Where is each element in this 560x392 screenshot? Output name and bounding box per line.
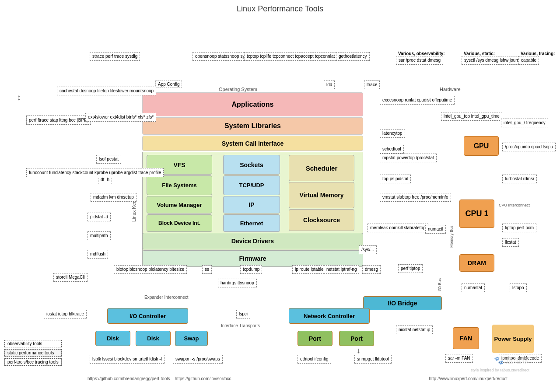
virtualmemory-label: Virtual Memory	[300, 192, 344, 199]
multipath-box: multipath	[88, 231, 111, 240]
os-label: Operating System	[219, 87, 257, 92]
perf-box: perf ftrace stap lttng bcc (BPF)	[26, 116, 91, 125]
ethernet-layer: Ethernet	[223, 214, 280, 232]
hardirqs-box: hardirqs ttysnoop	[218, 279, 257, 287]
scheduler-label: Scheduler	[306, 164, 338, 172]
perf-tiptop-box: perf tiptop	[398, 264, 423, 273]
tcpudp-label: TCP/UDP	[239, 182, 264, 189]
ldd-box: ldd	[324, 80, 335, 89]
legend-obs: observability tools	[4, 340, 62, 347]
watermark: 🐾 运维帮	[494, 355, 529, 366]
turbostat-box: turbostat rdmsr	[502, 175, 537, 183]
ip-route-box: ip route iptables	[292, 265, 329, 274]
legend: observability tools static performance t…	[4, 340, 62, 366]
iostat-box: iostat iotop blktrace	[44, 310, 87, 318]
interface-transports-label: Interface Transports	[221, 323, 260, 328]
numactl-box: numactl	[425, 225, 446, 234]
intel-gpu-top-box: intel_gpu_top intel_gpu_time	[441, 112, 502, 121]
snmpget-box: snmpget lldptool	[354, 355, 392, 364]
port2-box: Port	[339, 331, 374, 346]
top-ps-box: top ps pidstat	[380, 175, 411, 183]
lsblk-box: lsblk lsscsi blockdev smartctl fdisk -l	[90, 355, 164, 364]
llcstat-box: llcstat	[502, 238, 519, 247]
funccount-box: funccount funclatency stackcount kprobe …	[26, 168, 164, 177]
lsof-box: lsof pcstat	[96, 155, 121, 164]
strace-box: strace perf trace sysdig	[90, 52, 140, 61]
ethtool-box: ethtool ifconfig	[298, 355, 331, 364]
vfs-label: VFS	[173, 161, 185, 168]
cpu-box: CPU 1	[459, 200, 494, 228]
footer-right: http://www.linuxperf.com/linuxperf/reduc…	[429, 376, 508, 381]
gethostlatency-box: gethostlatency	[336, 52, 370, 61]
biotop-box: biotop biosnoop biolatency bitesize	[114, 265, 187, 274]
applications-layer: Applications	[142, 92, 363, 116]
mdflush-box: mdflush	[88, 250, 108, 259]
numastat-box: numastat	[462, 284, 485, 292]
footer-left: https://github.com/brendangregg/perf-too…	[88, 376, 231, 381]
blockdev-label: Block Device Int.	[158, 220, 200, 226]
clocksource-layer: Clocksource	[289, 209, 354, 231]
various-tracing-tools: capable	[518, 56, 539, 65]
syscall-layer: System Call Interface	[142, 136, 363, 151]
gpu-box: GPU	[464, 136, 499, 156]
cpu-interconnect-label: CPU Interconnect	[499, 203, 530, 208]
tiptop-box: tiptop perf pcm	[502, 224, 536, 232]
virtualmemory-layer: Virtual Memory	[289, 182, 354, 208]
ext4slower-box: ext4slower ext4dist btrfs* xfs* zfs*	[85, 113, 156, 122]
memory-bus-label: Memory Bus	[449, 219, 455, 254]
volmanager-layer: Volume Manager	[147, 196, 212, 214]
ioctrl-box: I/O Controller	[107, 308, 188, 324]
sockets-layer: Sockets	[223, 155, 280, 175]
disk1-box: Disk	[95, 331, 130, 346]
memleak-box: memleak oomkill slabratetop	[368, 224, 428, 232]
netctrl-box: Network Controller	[289, 308, 370, 324]
app-config-label: App Config	[155, 80, 182, 88]
vertical-arrow: ↕	[17, 92, 21, 102]
ip-layer: IP	[223, 196, 280, 214]
swap-box: Swap	[175, 331, 208, 346]
cachestat-box: cachestat dcsnoop filetop fileslower mou…	[57, 87, 156, 95]
blockdev-layer: Block Device Int.	[147, 214, 212, 232]
power-box: Power Supply	[492, 325, 534, 353]
scheduler-layer: Scheduler	[289, 155, 354, 181]
latencytop-box: latencytop	[380, 129, 405, 138]
vmstat-box: vmstat slabtop free /proc/meminfo	[380, 193, 451, 202]
firmware-layer: Firmware	[142, 250, 363, 267]
dram-box: DRAM	[459, 254, 494, 272]
syslibs-label: System Libraries	[224, 122, 281, 130]
fan-box: FAN	[453, 327, 479, 349]
tcpdump-box: tcpdump	[240, 265, 262, 274]
syslibs-layer: System Libraries	[142, 117, 363, 135]
volmanager-label: Volume Manager	[157, 202, 202, 208]
pidstat-d-box: pidstat -d	[88, 213, 111, 221]
schedtool-box: schedtool	[380, 145, 404, 154]
filesystems-layer: File Systems	[147, 175, 212, 195]
netstat-box: netstat iptraf-ng	[324, 265, 359, 274]
hardware-label: Hardware	[440, 87, 461, 92]
ltrace-box: ltrace	[364, 80, 380, 89]
dmesg-bottom-box: dmesg	[362, 265, 381, 274]
syscall-label: System Call Interface	[222, 140, 284, 147]
storcli-box: storcli MegaCli	[53, 273, 88, 282]
port1-box: Port	[298, 331, 332, 346]
mpstat-box: mpstat powertop /proc/stat	[380, 154, 437, 162]
execsnoop-box: execsnoop runlat cpudist offcputime	[380, 96, 455, 105]
linux-kernel-label: Linux Kernel	[131, 164, 136, 252]
ss-box: ss	[202, 265, 212, 274]
sockets-label: Sockets	[240, 161, 263, 168]
sys-dot-box: /sys/...	[359, 245, 377, 254]
devicedrivers-label: Device Drivers	[231, 238, 274, 245]
various-obs-tools: sar /proc dstat dmesg	[396, 56, 443, 65]
tcpudp-layer: TCP/UDP	[223, 175, 280, 195]
swapon-box: swapon -s /proc/swaps	[173, 355, 223, 364]
io-bus-label: I/O Bus	[438, 261, 442, 291]
legend-tracing: perf-tools/bcc tracing tools	[4, 358, 62, 366]
ethernet-label: Ethernet	[240, 220, 263, 227]
footer-link2: https://github.com/iovisor/bcc	[175, 376, 231, 381]
lspci-box: lspci	[236, 310, 250, 318]
devicedrivers-layer: Device Drivers	[142, 233, 363, 249]
firmware-label: Firmware	[239, 255, 266, 262]
page-title: Linux Performance Tools	[0, 0, 560, 16]
nicstat-box: nicstat netstat ip	[396, 326, 433, 334]
ip-label: IP	[248, 201, 254, 208]
